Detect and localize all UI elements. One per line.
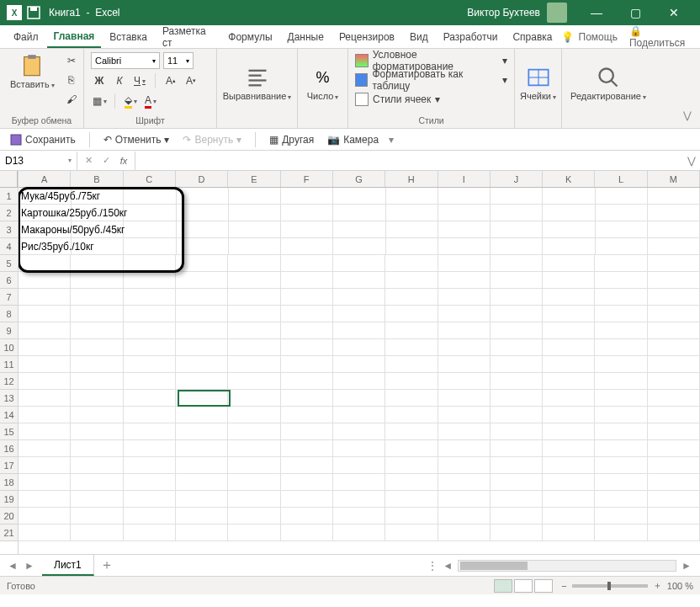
cell[interactable] [176,491,228,508]
cell[interactable] [124,339,176,356]
row-header[interactable]: 3 [0,221,18,238]
underline-button[interactable]: Ч [131,72,148,89]
editing-button[interactable]: Редактирование [567,64,650,103]
cell[interactable] [491,322,543,339]
cell[interactable] [491,339,543,356]
border-button[interactable]: ▦ [91,93,108,109]
cell[interactable] [333,440,385,457]
cell[interactable] [281,508,333,524]
cell[interactable] [124,255,176,272]
cell[interactable] [491,306,543,322]
cell[interactable] [386,205,438,221]
cell[interactable] [19,390,71,407]
cell[interactable] [491,238,543,255]
cell[interactable] [281,188,333,205]
cell[interactable] [438,255,491,272]
shrink-font-button[interactable]: A▾ [183,72,199,89]
cell[interactable] [333,407,385,423]
cell[interactable] [595,289,647,306]
cell[interactable] [281,306,333,322]
cell[interactable] [333,289,385,306]
cell[interactable] [228,272,280,289]
font-size-select[interactable]: 11▾ [163,52,194,69]
cell[interactable] [385,339,438,356]
cell[interactable] [648,221,700,238]
fx-button[interactable]: fx [116,153,131,168]
col-header[interactable]: E [228,171,280,187]
avatar[interactable] [547,3,567,23]
zoom-level[interactable]: 100 % [667,581,693,591]
cell[interactable] [438,423,491,440]
cell[interactable] [543,524,595,541]
row-header[interactable]: 19 [0,491,18,508]
scroll-right-button[interactable]: ► [681,560,692,572]
tab-dev[interactable]: Разработчи [437,25,505,48]
cell[interactable] [124,289,176,306]
row-header[interactable]: 18 [0,474,18,491]
cell[interactable] [386,221,438,238]
cell[interactable] [438,440,491,457]
cell[interactable] [333,205,385,221]
cell[interactable] [281,356,333,373]
col-header[interactable]: F [281,171,333,187]
cell[interactable] [333,491,385,508]
cell[interactable] [648,491,700,508]
col-header[interactable]: M [648,171,700,187]
qat-undo-button[interactable]: ↶Отменить ▾ [100,130,173,149]
cell[interactable] [333,356,385,373]
cell[interactable] [71,356,123,373]
cell[interactable] [176,390,228,407]
cell[interactable] [385,474,438,491]
cell[interactable] [595,373,647,390]
cell[interactable] [281,238,333,255]
zoom-slider[interactable] [572,584,648,588]
scroll-left-button[interactable]: ◄ [443,560,453,572]
cell[interactable] [71,289,123,306]
cell[interactable] [438,524,491,541]
cell[interactable] [333,238,385,255]
cell[interactable] [595,508,647,524]
cell[interactable] [333,188,385,205]
row-header[interactable]: 21 [0,524,18,541]
cell[interactable] [595,339,647,356]
expand-formula-button[interactable]: ⋁ [683,155,700,167]
cell[interactable] [71,491,123,508]
collapse-ribbon-button[interactable]: ⋁ [680,108,695,123]
cell[interactable] [281,373,333,390]
cell[interactable] [176,474,228,491]
row-header[interactable]: 10 [0,339,18,356]
row-header[interactable]: 15 [0,423,18,440]
cell[interactable] [333,272,385,289]
col-header[interactable]: A [19,171,71,187]
col-header[interactable]: K [543,171,595,187]
cell[interactable] [491,457,543,474]
cell[interactable] [333,524,385,541]
cell[interactable] [71,390,123,407]
cell[interactable] [71,373,123,390]
cell[interactable] [438,322,491,339]
cell[interactable] [648,205,700,221]
cell[interactable] [333,339,385,356]
cell[interactable] [124,356,176,373]
cell[interactable] [333,423,385,440]
cell[interactable] [596,221,648,238]
cell[interactable] [491,440,543,457]
cell[interactable] [438,356,491,373]
cell[interactable] [71,440,123,457]
cell[interactable] [595,491,647,508]
cell[interactable] [124,491,176,508]
col-header[interactable]: L [595,171,647,187]
qat-redo-button[interactable]: ↷Вернуть ▾ [179,130,245,149]
cell[interactable] [124,205,176,221]
qat-save-button[interactable]: Сохранить [7,130,79,149]
cell[interactable] [71,524,123,541]
cell[interactable] [596,205,648,221]
row-header[interactable]: 13 [0,390,18,407]
cell[interactable] [595,322,647,339]
qat-camera-button[interactable]: 📷Камера [324,130,382,149]
cell[interactable] [648,188,700,205]
cell[interactable] [177,238,229,255]
cell[interactable] [438,339,491,356]
cell[interactable] [333,255,385,272]
view-break-button[interactable] [534,579,553,593]
